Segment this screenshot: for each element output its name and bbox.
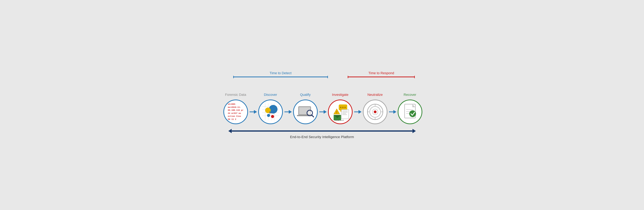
forensic-text-block: sh=000- me=2010-11- 60.188.116 pr 24 m=5… — [226, 102, 245, 122]
time-respond-block: Time to Respond — [348, 71, 415, 78]
arrow-5 — [389, 102, 396, 115]
stage-investigate: Investigate ! — [328, 93, 352, 124]
arrow-5-svg — [389, 109, 396, 115]
bottom-arrow-line — [232, 130, 412, 132]
bottom-arrow-left-head — [228, 129, 232, 133]
svg-point-29 — [340, 107, 341, 108]
recover-icon — [402, 102, 418, 121]
investigate-circle: ! — [328, 100, 352, 124]
arrow-2 — [284, 102, 292, 115]
main-container: Time to Detect Time to Respond Forensic … — [214, 65, 430, 145]
discover-circle — [258, 100, 283, 124]
arrow-3 — [319, 102, 327, 115]
svg-point-59 — [409, 110, 416, 117]
svg-marker-42 — [358, 110, 362, 114]
diagram-area: Forensic Data sh=000- me=2010-11- 60.188… — [223, 93, 421, 124]
arrow-1 — [249, 102, 257, 115]
time-detect-bar — [233, 76, 328, 78]
time-respond-bar — [348, 76, 415, 78]
arrow-1-svg — [249, 109, 257, 115]
svg-marker-17 — [289, 110, 292, 114]
stage-qualify: Qualify — [293, 93, 318, 124]
qualify-circle — [293, 100, 318, 124]
svg-text:CASE FILE: CASE FILE — [335, 120, 344, 121]
stage-forensic: Forensic Data sh=000- me=2010-11- 60.188… — [223, 93, 248, 124]
arrow-3-svg — [319, 109, 327, 115]
forensic-circle: sh=000- me=2010-11- 60.188.116 pr 24 m=5… — [223, 100, 248, 124]
detect-bar-line — [234, 76, 327, 77]
svg-rect-36 — [342, 111, 348, 111]
detect-bar-right-cap — [327, 76, 328, 78]
stage-discover: Discover — [258, 93, 283, 124]
svg-point-31 — [344, 107, 346, 108]
svg-point-22 — [308, 111, 312, 115]
svg-marker-25 — [324, 110, 327, 114]
stage-qualify-label: Qualify — [300, 93, 310, 97]
qualify-icon — [296, 104, 315, 120]
stage-neutralize-label: Neutralize — [368, 93, 383, 97]
svg-marker-1 — [254, 110, 257, 114]
time-detect-label: Time to Detect — [270, 71, 292, 75]
svg-text:!: ! — [336, 110, 337, 114]
arrow-4-svg — [354, 109, 362, 115]
respond-bar-line — [348, 76, 414, 77]
discover-icon — [260, 102, 280, 122]
time-detect-block: Time to Detect — [233, 71, 328, 78]
recover-circle — [398, 100, 422, 124]
stage-recover-label: Recover — [404, 93, 416, 97]
svg-marker-52 — [393, 110, 396, 114]
time-spans-section: Time to Detect Time to Respond — [223, 71, 421, 82]
bottom-arrow-right-head — [412, 129, 416, 133]
neutralize-icon — [366, 102, 384, 121]
svg-point-13 — [271, 115, 274, 118]
time-respond-label: Time to Respond — [368, 71, 394, 75]
bottom-arrow-wrapper — [228, 129, 416, 133]
svg-rect-38 — [342, 113, 346, 114]
bottom-arrow-section: End-to-End Security Intelligence Platfor… — [223, 129, 421, 139]
neutralize-circle — [363, 100, 388, 124]
svg-point-46 — [374, 110, 376, 113]
stage-discover-label: Discover — [264, 93, 277, 97]
respond-bar-right-cap — [414, 76, 415, 78]
arrow-2-svg — [284, 109, 292, 115]
investigate-icon: ! — [330, 102, 350, 121]
stages-row: Forensic Data sh=000- me=2010-11- 60.188… — [223, 93, 421, 124]
svg-rect-39 — [342, 114, 347, 115]
arrow-4 — [354, 102, 362, 115]
stage-forensic-label: Forensic Data — [225, 93, 246, 97]
svg-point-12 — [267, 114, 270, 117]
svg-rect-37 — [342, 112, 348, 112]
stage-neutralize: Neutralize — [363, 93, 388, 124]
stage-investigate-label: Investigate — [332, 93, 348, 97]
svg-point-30 — [342, 107, 344, 108]
bottom-label: End-to-End Security Intelligence Platfor… — [290, 135, 354, 139]
stage-recover: Recover — [398, 93, 422, 124]
